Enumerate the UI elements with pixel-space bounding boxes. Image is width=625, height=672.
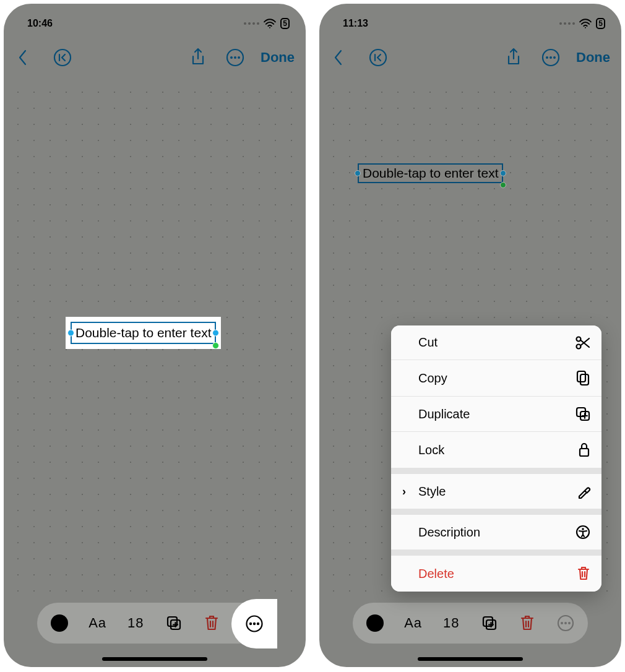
svg-point-34: [582, 528, 584, 530]
wifi-icon: [263, 19, 277, 28]
font-style-button[interactable]: Aa: [400, 610, 427, 637]
svg-point-23: [561, 622, 563, 624]
font-size-button[interactable]: 18: [122, 610, 149, 637]
share-button[interactable]: [502, 46, 525, 69]
menu-item-lock[interactable]: Lock: [391, 432, 601, 468]
svg-point-4: [238, 56, 240, 59]
accessibility-icon: [575, 525, 590, 540]
svg-point-12: [249, 622, 252, 625]
nav-bar: Done: [319, 35, 621, 75]
svg-point-2: [230, 56, 233, 59]
menu-label: Description: [418, 525, 480, 540]
more-tool-highlight[interactable]: [231, 599, 277, 648]
status-time: 10:46: [27, 18, 53, 29]
menu-separator: [391, 468, 601, 474]
duplicate-icon: [575, 407, 590, 421]
svg-point-18: [550, 56, 552, 59]
svg-rect-32: [580, 449, 588, 456]
bottom-toolbar: Aa 18: [353, 603, 588, 644]
status-bar: 11:13 5: [319, 4, 621, 35]
svg-point-25: [568, 622, 571, 624]
menu-label: Delete: [418, 567, 454, 581]
done-button[interactable]: Done: [261, 50, 295, 66]
scissors-icon: [575, 336, 590, 350]
svg-point-19: [553, 56, 556, 59]
menu-separator: [391, 549, 601, 556]
more-button[interactable]: [539, 46, 562, 69]
signal-dots-icon: [559, 22, 575, 25]
delete-tool-button[interactable]: [514, 610, 541, 637]
menu-label: Lock: [418, 443, 444, 457]
nav-bar: Done: [4, 35, 306, 75]
status-time: 11:13: [343, 18, 368, 29]
back-button[interactable]: [11, 46, 35, 69]
textbox-placeholder: Double-tap to enter text: [75, 325, 211, 340]
more-tool-button[interactable]: [552, 610, 579, 637]
home-indicator: [102, 657, 207, 661]
eyedropper-icon: [577, 484, 590, 499]
menu-item-copy[interactable]: Copy: [391, 360, 601, 397]
resize-handle-left[interactable]: [67, 330, 74, 337]
back-button[interactable]: [327, 46, 350, 69]
textbox-placeholder: Double-tap to enter text: [363, 166, 498, 180]
trash-icon: [577, 566, 590, 582]
svg-rect-29: [580, 374, 588, 385]
color-swatch-button[interactable]: [361, 610, 389, 637]
menu-item-delete[interactable]: Delete: [391, 556, 601, 592]
screenshot-right: 11:13 5 Done Double-tap to: [319, 4, 621, 667]
selected-text-box[interactable]: Double-tap to enter text: [358, 163, 503, 183]
menu-label: Duplicate: [418, 407, 470, 421]
copy-icon: [575, 370, 590, 386]
resize-handle-right[interactable]: [500, 170, 506, 176]
battery-icon: 5: [596, 18, 605, 29]
svg-point-24: [564, 622, 567, 624]
undo-button[interactable]: [366, 46, 390, 69]
signal-dots-icon: [244, 22, 259, 25]
menu-separator: [391, 509, 601, 515]
done-button[interactable]: Done: [576, 50, 610, 66]
chevron-right-icon: ›: [402, 485, 413, 498]
menu-item-duplicate[interactable]: Duplicate: [391, 397, 601, 432]
svg-point-3: [234, 56, 236, 59]
status-bar: 10:46 5: [4, 4, 306, 35]
svg-point-17: [546, 56, 548, 59]
menu-label: Style: [418, 485, 446, 499]
menu-label: Cut: [418, 335, 438, 350]
rotate-handle[interactable]: [212, 342, 219, 349]
share-button[interactable]: [186, 46, 210, 69]
wifi-icon: [579, 19, 592, 28]
battery-icon: 5: [280, 18, 290, 29]
selected-text-box[interactable]: Double-tap to enter text: [66, 317, 221, 349]
duplicate-tool-button[interactable]: [476, 610, 503, 637]
context-menu: Cut Copy Duplicate Lock › Style Descript…: [391, 325, 601, 592]
font-size-button[interactable]: 18: [438, 610, 465, 637]
svg-point-14: [257, 622, 259, 625]
resize-handle-left[interactable]: [355, 170, 361, 176]
menu-item-description[interactable]: Description: [391, 515, 601, 549]
svg-point-13: [253, 622, 256, 625]
more-button[interactable]: [223, 46, 247, 69]
screenshot-left: 10:46 5 Done Dou: [4, 4, 306, 667]
menu-item-cut[interactable]: Cut: [391, 325, 601, 360]
undo-button[interactable]: [51, 46, 74, 69]
duplicate-tool-button[interactable]: [160, 610, 188, 637]
font-style-button[interactable]: Aa: [84, 610, 111, 637]
color-swatch-button[interactable]: [46, 610, 73, 637]
lock-icon: [578, 442, 590, 458]
menu-item-style[interactable]: › Style: [391, 474, 601, 509]
svg-rect-28: [577, 371, 585, 382]
delete-tool-button[interactable]: [198, 610, 225, 637]
menu-label: Copy: [418, 371, 447, 386]
home-indicator: [418, 657, 523, 661]
resize-handle-right[interactable]: [212, 330, 219, 337]
